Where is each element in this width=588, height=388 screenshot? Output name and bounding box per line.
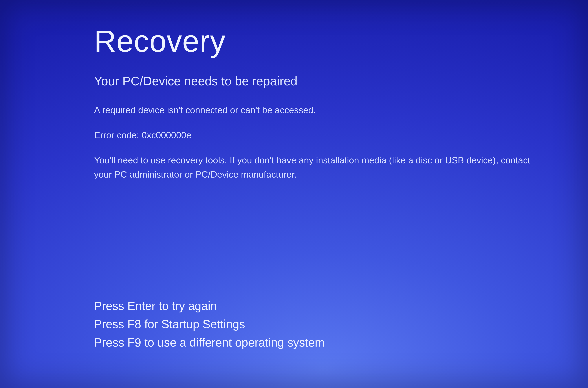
- vertical-spacer: [94, 193, 559, 297]
- action-f8-startup-settings[interactable]: Press F8 for Startup Settings: [94, 315, 559, 333]
- recovery-title: Recovery: [94, 24, 559, 59]
- recovery-actions: Press Enter to try again Press F8 for St…: [94, 297, 559, 359]
- recovery-screen: Recovery Your PC/Device needs to be repa…: [0, 0, 588, 388]
- recovery-cause-text: A required device isn't connected or can…: [94, 103, 535, 117]
- recovery-message-block: Recovery Your PC/Device needs to be repa…: [94, 24, 559, 193]
- recovery-instructions: You'll need to use recovery tools. If yo…: [94, 153, 535, 182]
- recovery-error-code: Error code: 0xc000000e: [94, 128, 535, 142]
- action-enter-retry[interactable]: Press Enter to try again: [94, 297, 559, 315]
- recovery-subtitle: Your PC/Device needs to be repaired: [94, 74, 559, 88]
- action-f9-other-os[interactable]: Press F9 to use a different operating sy…: [94, 333, 559, 352]
